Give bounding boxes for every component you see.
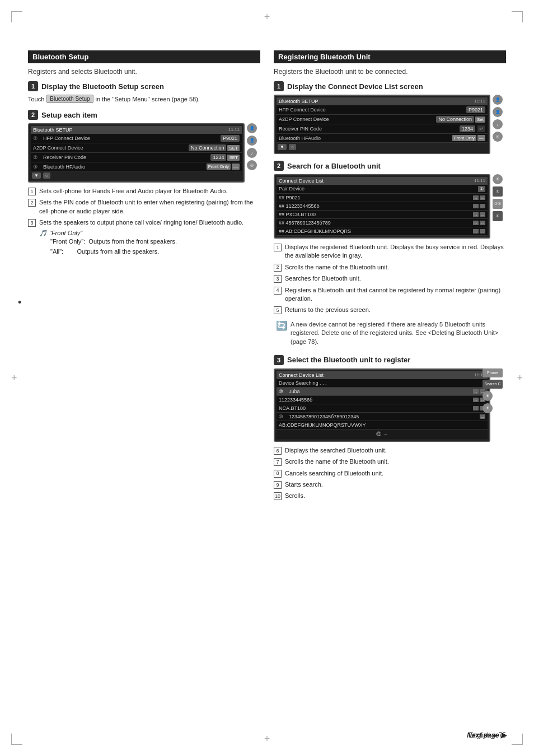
screen-list-item-2: ## 11223344556б ... ... [277, 202, 488, 211]
right-music-icon: ♪ [493, 119, 503, 129]
connect-device-list-screen-2: Connect Device List 11:11 Pair Device ① … [274, 174, 490, 239]
right-list-item-9: 9 Starts search. [274, 480, 506, 489]
right-step-2: 2 Search for a Bluetooth unit Connect De… [274, 161, 506, 348]
crop-mark-tl [11, 11, 22, 22]
right-screen-1-controls: ▼ ○ [277, 143, 488, 151]
speaker-icon: ◎ [247, 160, 257, 170]
right-screen-1-row-4: Bluetooth HFAudio Front Only — [277, 134, 488, 143]
right-numbered-list-2: 1 Displays the registered Bluetooth unit… [274, 243, 506, 315]
search-c-btn: Search C [483, 380, 503, 389]
right-screen-2-side-icons: ⑤ ① ②③ ④ [493, 174, 503, 221]
crop-mark-br [512, 734, 523, 745]
right-step-3: 3 Select the Bluetooth unit to register … [274, 355, 506, 501]
right-step-num-2: 2 [274, 161, 284, 171]
right-column: Registering Bluetooth Unit Registers the… [274, 50, 506, 507]
search-icon-right: ⑤ [493, 174, 503, 184]
right-list-item-3: 3 Searches for Bluetooth unit. [274, 274, 506, 283]
cross-left: + [11, 372, 17, 384]
connect-device-list-screen-1: Bluetooth SETUP 11:11 HFP Connect Device… [274, 95, 490, 154]
crop-mark-bl [11, 734, 22, 745]
screen-title-bar: Bluetooth SETUP 11:11 [31, 126, 242, 134]
right-step-3-title: 3 Select the Bluetooth unit to register [274, 355, 506, 365]
register-icon: ① [493, 186, 503, 197]
screen-side-icons: 👤 👤 ♪ ◎ [247, 123, 257, 170]
right-section-header: Registering Bluetooth Unit [274, 50, 506, 63]
step-num-2: 2 [28, 110, 38, 120]
left-column: Bluetooth Setup Registers and selects Bl… [28, 50, 260, 507]
list-item-2: 2 Sets the PIN code of Bluetooth unit to… [28, 198, 260, 216]
right-step-1-title: 1 Display the Connect Device List screen [274, 81, 506, 91]
left-bullet: • [18, 297, 21, 309]
screen-row-1: ① HFP Connect Device P9021 [31, 134, 242, 143]
right-screen-1-side-icons: 👤 👤 ♪ ◎ [493, 95, 503, 142]
right-screen-3-side-icons: Phone Search C ⑧ ⑨ [483, 368, 503, 413]
search-c-icon: ②③ [493, 199, 503, 209]
screen-row-2: A2DP Connect Device No Connection SET [31, 143, 242, 153]
screen-list-item-1: ## P9021 ... ... [277, 194, 488, 202]
right-step-1: 1 Display the Connect Device List screen… [274, 81, 506, 154]
page-number-line: English ● 75 [469, 731, 506, 739]
right-list-item-5: 5 Returns to the previous screen. [274, 306, 506, 314]
screen-3-list-item-2: 11223344556б ... ... [277, 396, 488, 404]
right-screen-1-title-bar: Bluetooth SETUP 11:11 [277, 97, 488, 105]
right-person-icon-1: 👤 [493, 95, 503, 105]
connect-device-list-screen-3: Connect Device List 11:11 Device Searchi… [274, 368, 490, 442]
note-icon: 🔄 [276, 320, 287, 331]
right-list-item-8: 8 Cancels searching of Bluetooth unit. [274, 469, 506, 478]
music-icon: ♪ [247, 148, 257, 158]
right-step-num-3: 3 [274, 355, 284, 365]
right-screen-1-row-2: A2DP Connect Device No Connection Set [277, 115, 488, 124]
screen-row-4: ③ Bluetooth HFAudio Front Only — [31, 162, 242, 171]
right-list-item-7: 7 Scrolls the name of the Bluetooth unit… [274, 458, 506, 466]
screen-3-list-item-5: AB:CDEFGHIJKLMNOPQRSTUVWXY [277, 421, 488, 430]
right-list-item-4: 4 Registers a Bluetooth unit that cannot… [274, 286, 506, 304]
screen-3-list-item-1: ⑩ Juba ... ... [277, 388, 488, 396]
person-icon-2: 👤 [247, 136, 257, 146]
step-num-1: 1 [28, 81, 38, 91]
right-step-2-title: 2 Search for a Bluetooth unit [274, 161, 506, 171]
right-speaker-icon: ◎ [493, 132, 503, 142]
left-step-1: 1 Display the Bluetooth Setup screen Tou… [28, 81, 260, 103]
right-screen-3-title-bar: Connect Device List 11:11 [277, 371, 488, 379]
right-person-icon-2: 👤 [493, 107, 503, 117]
bluetooth-setup-screen: Bluetooth SETUP 11:11 ① HFP Connect Devi… [28, 123, 245, 183]
device-searching-label: Device Searching . . . [277, 379, 488, 388]
list-item-1: 1 Sets cell-phone for Hands Free and Aud… [28, 187, 260, 195]
touch-button: Bluetooth Setup [46, 95, 93, 103]
screen-3-controls: ⑬ → [277, 430, 488, 439]
icon-9: ⑨ [483, 403, 493, 413]
cross-bottom: + [264, 733, 270, 745]
right-list-item-1: 1 Displays the registered Bluetooth unit… [274, 243, 506, 260]
right-list-item-2: 2 Scrolls the name of the Bluetooth unit… [274, 263, 506, 272]
icon-8: ⑧ [483, 391, 493, 401]
right-screen-1-row-1: HFP Connect Device P9021 [277, 105, 488, 115]
back-icon: ④ [493, 211, 503, 221]
right-screen-2-title-bar: Connect Device List 11:11 [277, 177, 488, 185]
pair-device-label: Pair Device ① [277, 185, 488, 194]
note-box: 🔄 A new device cannot be registered if t… [274, 318, 506, 348]
right-step-num-1: 1 [274, 81, 284, 91]
right-list-item-10: 10 Scrolls. [274, 492, 506, 500]
right-numbered-list-3: 6 Displays the searched Bluetooth unit. … [274, 446, 506, 501]
screen-3-list-item-3: NCA.BT100 ... ... [277, 404, 488, 413]
right-list-item-6: 6 Displays the searched Bluetooth unit. [274, 446, 506, 455]
left-section-subtitle: Registers and selects Bluetooth unit. [28, 68, 260, 76]
front-only-note: 🎵 "Front Only" [39, 229, 243, 237]
cross-top: + [264, 11, 270, 23]
right-section-subtitle: Registers the Bluetooth unit to be conne… [274, 68, 506, 76]
screen-list-item-3: ## PXCB.BT100 ... ... [277, 211, 488, 219]
phone-btn: Phone [483, 368, 503, 377]
crop-mark-tr [512, 11, 523, 22]
cross-right: + [517, 372, 523, 384]
screen-list-item-4: ## 456789012345б789 ... ... [277, 219, 488, 227]
screen-3-list-item-4: ⑩ 123456789012345б789012345 ... [277, 413, 488, 421]
screen-row-3: ② Receiver PIN Code 1234 SET [31, 153, 242, 162]
left-section-header: Bluetooth Setup [28, 50, 260, 63]
list-item-3: 3 Sets the speakers to output phone call… [28, 218, 260, 258]
left-step-1-title: 1 Display the Bluetooth Setup screen [28, 81, 260, 91]
left-step-2: 2 Setup each item Bluetooth SETUP 11:11 [28, 110, 260, 258]
touch-label: Touch Bluetooth Setup in the "Setup Menu… [28, 95, 260, 103]
screen-list-item-5: ## AB:CDEFGHIJKLMNOPQRS ... ... [277, 227, 488, 236]
left-numbered-list: 1 Sets cell-phone for Hands Free and Aud… [28, 187, 260, 258]
left-step-2-title: 2 Setup each item [28, 110, 260, 120]
